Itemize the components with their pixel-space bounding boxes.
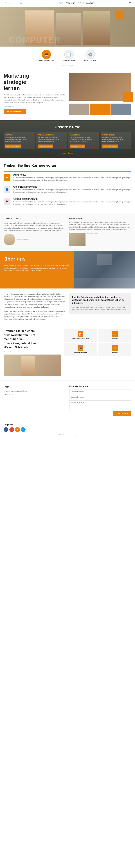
hero-orange-accent (115, 10, 124, 20)
kurse-item-title-3: UNTERNEHMEN (102, 134, 130, 136)
ueber-subtext: Praesio luctus in placerat sectetur nunc… (4, 264, 70, 272)
marketing-section: Marketing strategie lernen Prima le quae… (0, 68, 135, 120)
nav-kontakt[interactable]: KONTAKT (86, 2, 94, 4)
lehrer-col: unsere Lehrer Lorem ipsum dolor sit amet… (4, 217, 66, 246)
ziele-heading: unsere Ziele (69, 217, 131, 219)
nav-home[interactable]: HOME (58, 2, 63, 4)
kurse-item-text-0: Von lorem ipsum dolor sit amet, consecte… (5, 136, 33, 143)
marketing-img-3 (111, 103, 131, 115)
karriere-icon-0: ▶ (4, 174, 10, 181)
ueber-heading: über uns (4, 256, 70, 262)
kurse-grid: ENTWURF Von lorem ipsum dolor sit amet, … (4, 132, 131, 149)
kurse-other-link[interactable]: Andere Details (62, 152, 73, 154)
ux-label: UX-DESIGN (111, 338, 119, 340)
social-rss-icon[interactable]: ■ (15, 427, 20, 432)
search-input[interactable] (5, 2, 20, 4)
kurse-btn-0[interactable]: MEHR ERFAHREN (5, 145, 21, 148)
ueber-left: über uns Praesio luctus in placerat sect… (0, 251, 74, 288)
marketing-heading: Marketing strategie lernen (4, 73, 66, 91)
lehrer-ziele-section: unsere Lehrer Lorem ipsum dolor sit amet… (0, 213, 135, 251)
hamburger-icon[interactable]: ☰ (129, 2, 131, 5)
ueber-text-col-right: Flexible Zeitplanung und erleichtern mac… (69, 293, 131, 320)
kurs-mehr-link[interactable]: Mehr von Freepik (4, 351, 61, 353)
kurse-content: Unsere Kurse ENTWURF Von lorem ipsum dol… (0, 120, 135, 158)
kurse-btn-1[interactable]: MEHR ERFAHREN (38, 145, 53, 148)
lehrer-caption: Bilder von Freepik (17, 239, 29, 240)
icon-item-entwicklung: ⚙️ ENTWICKLUNG (84, 50, 96, 62)
testen-label: TESTEN (112, 352, 118, 353)
marketing-mehr-link[interactable]: Mehr von freepik (4, 105, 66, 107)
marketing-mehr-button[interactable]: MEHR ERFAHREN (4, 109, 26, 114)
bottom-footer-inner: Folge uns f G ■ t (4, 424, 131, 432)
copyright: ©2020 Datenschutzerklärung (4, 434, 131, 436)
karriere-items: ▶ ONLINE KURSE Von lorem ipsum dolor sit… (4, 171, 131, 208)
flexible-text: Sed ut perspiciatis unde omnis iste natu… (72, 306, 129, 311)
lehrer-avatar-row: Bilder von Freepik (4, 234, 66, 245)
bottom-footer: Folge uns f G ■ t ©2020 Datenschutzerklä… (0, 421, 135, 439)
kurs-left: Erfahren Sie in diesem praxisorientierte… (4, 329, 61, 376)
datenwissen-label: DATENWISSEN SCHAFT (72, 338, 89, 340)
kontakt-input-1[interactable] (69, 390, 131, 394)
kurse-link: Andere Details (4, 151, 131, 154)
kontakt-input-2[interactable] (69, 395, 131, 399)
karriere-title-1: PERSÖNLICHES COACHING (13, 186, 131, 188)
header: 🔍 HOME ÜBER UNS KURSE KONTAKT ☰ (0, 0, 135, 7)
kurse-item-2: MARKETING Von lorem ipsum dolor sit amet… (68, 132, 99, 149)
kontakt-heading: Kontakt Formular (69, 385, 131, 388)
kontakt-submit-button[interactable]: EINREICHEN (113, 411, 131, 416)
social-twitter-icon[interactable]: t (21, 427, 26, 432)
kurse-btn-3[interactable]: MEHR ERFAHREN (102, 145, 118, 148)
lage-address: 29 neben Blvd Ste 2029 Chicago IL 60604-… (4, 390, 66, 396)
icon-item-daten: 📊 DATENANALYSE (63, 50, 75, 62)
ueber-section: über uns Praesio luctus in placerat sect… (0, 251, 135, 288)
ziele-image-row: Bilder von Freepik (69, 233, 131, 246)
kurs-heading: Erfahren Sie in diesem praxisorientierte… (4, 329, 61, 349)
computer-text-overlay: COMPUTER (9, 35, 61, 44)
nav-ueber[interactable]: ÜBER UNS (66, 2, 75, 4)
icon-item-computer: 💻 COMPUTER UND IT (39, 50, 54, 62)
programmier-icon: 💻 (78, 345, 83, 351)
social-facebook-icon[interactable]: f (4, 427, 8, 432)
folge-section: Folge uns f G ■ t (4, 424, 26, 432)
kurs-interaktive-section: Erfahren Sie in diesem praxisorientierte… (0, 325, 135, 380)
kontakt-textarea[interactable] (69, 400, 131, 410)
ziele-text: Lorem ipsum dolor sit amet, consectetur … (69, 221, 131, 231)
karriere-text-2: Von lorem ipsum dolor sit amet, consecte… (13, 201, 131, 206)
ziele-img (69, 233, 86, 246)
nav-kurse[interactable]: KURSE (77, 2, 84, 4)
kurs-icon-datenwissen: 📊 DATENWISSEN SCHAFT (64, 329, 97, 342)
kurse-item-text-2: Von lorem ipsum dolor sit amet, consecte… (70, 136, 97, 143)
social-icons: f G ■ t (4, 427, 26, 432)
ueber-paragraph1: Von lorem ipsum dolor sit amet, consecte… (4, 293, 66, 308)
ueber-text-section: Von lorem ipsum dolor sit amet, consecte… (0, 288, 135, 325)
datenwissen-icon: 📊 (78, 331, 83, 337)
icons-row: 💻 COMPUTER UND IT 📊 DATENANALYSE ⚙️ ENTW… (0, 46, 135, 65)
kurse-section: Unsere Kurse ENTWURF Von lorem ipsum dol… (0, 120, 135, 158)
kurse-item-0: ENTWURF Von lorem ipsum dolor sit amet, … (4, 132, 35, 149)
kurse-item-1: PROGRAMMIERUNG Von lorem ipsum dolor sit… (36, 132, 67, 149)
marketing-main-image (69, 73, 131, 101)
folge-heading: Folge uns (4, 424, 26, 426)
ziele-caption: Bilder von Freepik (87, 233, 98, 235)
kurse-item-title-2: MARKETING (70, 134, 97, 136)
marketing-right (69, 73, 131, 115)
karriere-section: Treiben Sie Ihre Karriere voran ▶ ONLINE… (0, 158, 135, 213)
marketing-left: Marketing strategie lernen Prima le quae… (4, 73, 66, 114)
calendar-icon: 📅 (5, 200, 9, 203)
kurse-item-3: UNTERNEHMEN Von lorem ipsum dolor sit am… (101, 132, 132, 149)
ueber-inner: über uns Praesio luctus in placerat sect… (0, 251, 135, 288)
coaching-icon: 👤 (5, 188, 9, 191)
kurs-person-image (4, 354, 61, 376)
social-google-icon[interactable]: G (9, 427, 14, 432)
header-search-container: 🔍 (4, 2, 24, 5)
hero-section: COMPUTER (0, 7, 135, 46)
programmier-label: PROGRAMMIER EN (74, 352, 87, 353)
karriere-item-0: ▶ ONLINE KURSE Von lorem ipsum dolor sit… (4, 171, 131, 184)
search-icon: 🔍 (20, 2, 22, 4)
lehrer-heading: unsere Lehrer (6, 218, 21, 220)
kurs-icon-ux: ✏ UX-DESIGN (98, 329, 131, 342)
marketing-orange-accent (123, 92, 133, 102)
online-icon: ▶ (6, 176, 8, 179)
kurse-btn-2[interactable]: MEHR ERFAHREN (70, 145, 85, 148)
ueber-paragraph2: Lorem ipsum dolor sit amet, consectetur … (4, 310, 66, 320)
